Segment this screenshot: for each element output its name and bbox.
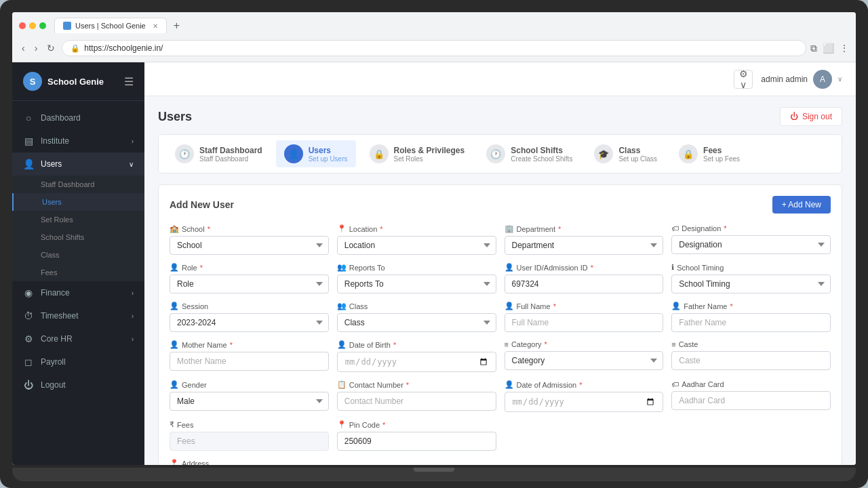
gear-button[interactable]: ⚙ ∨ — [734, 70, 753, 89]
designation-icon: 🏷 — [671, 224, 679, 232]
tab-label: Roles & Privileges — [394, 146, 465, 155]
location-field-group: 📍 Location * Location — [337, 224, 496, 255]
caste-input[interactable] — [671, 351, 831, 370]
required-marker: * — [730, 302, 732, 310]
location-select[interactable]: Location — [337, 236, 496, 255]
roles-tab-icon: 🔒 — [370, 144, 389, 163]
full-name-input[interactable] — [505, 313, 664, 332]
add-new-button[interactable]: + Add New — [772, 196, 831, 214]
tab-close-icon[interactable]: ✕ — [153, 22, 158, 30]
gender-select[interactable]: Male — [170, 392, 329, 411]
browser-tab[interactable]: Users | School Genie ✕ — [54, 18, 167, 33]
mother-name-input[interactable] — [170, 352, 329, 371]
school-select[interactable]: School — [170, 236, 329, 255]
class-select[interactable]: Class — [337, 313, 496, 332]
close-btn[interactable] — [19, 22, 26, 29]
required-marker: * — [553, 302, 556, 310]
back-button[interactable]: ‹ — [19, 41, 28, 55]
role-select[interactable]: Role — [170, 274, 329, 293]
category-select[interactable]: Category — [505, 351, 664, 370]
forward-button[interactable]: › — [32, 41, 41, 55]
pin-code-input[interactable] — [337, 432, 496, 451]
timesheet-icon: ⏱ — [23, 310, 34, 321]
sub-nav-set-roles[interactable]: Set Roles — [12, 211, 144, 228]
user-id-input[interactable] — [505, 274, 664, 293]
required-marker: * — [208, 225, 210, 233]
tab-users[interactable]: 👤 Users Set up Users — [276, 140, 356, 167]
minimize-btn[interactable] — [29, 22, 36, 29]
date-of-admission-input[interactable] — [505, 392, 664, 412]
department-field-group: 🏢 Department * Department — [505, 224, 664, 255]
department-select[interactable]: Department — [505, 236, 664, 255]
users-icon: 👤 — [23, 159, 34, 169]
app-name: School Genie — [47, 77, 104, 87]
tab-fees[interactable]: 🔒 Fees Set up Fees — [671, 140, 748, 167]
hamburger-icon[interactable]: ☰ — [124, 75, 134, 88]
institute-icon: ▤ — [23, 136, 34, 146]
avatar-chevron[interactable]: ∨ — [837, 75, 842, 83]
user-id-icon: 👤 — [505, 263, 514, 272]
page-header: Users ⏻ Sign out — [158, 107, 842, 126]
dob-input[interactable] — [337, 352, 496, 372]
refresh-button[interactable]: ↻ — [44, 41, 58, 55]
session-select[interactable]: 2023-2024 — [170, 313, 329, 332]
address-label: 📍 Address — [170, 459, 831, 465]
profile-icon[interactable]: ⬜ — [823, 43, 834, 54]
gender-field-group: 👤 Gender Male — [170, 380, 329, 412]
core-hr-icon: ⚙ — [23, 333, 34, 344]
aadhar-input[interactable] — [671, 391, 831, 410]
url-text: https://schoolgenie.in/ — [84, 43, 163, 53]
app-logo: S School Genie — [23, 72, 104, 91]
father-name-input[interactable] — [671, 313, 831, 332]
fees-input[interactable] — [170, 432, 329, 451]
tab-sub: Set up Fees — [703, 155, 740, 163]
reports-to-select[interactable]: Reports To — [337, 274, 496, 293]
caste-icon: ≡ — [671, 340, 675, 348]
sidebar-item-label: Payroll — [41, 357, 66, 367]
sidebar-item-institute[interactable]: ▤ Institute › — [12, 129, 144, 152]
tab-shifts[interactable]: 🕐 School Shifts Create School Shifts — [478, 140, 580, 167]
date-of-admission-field-group: 👤 Date of Admission * — [505, 380, 664, 412]
category-label: ≡ Category * — [505, 340, 664, 348]
required-marker: * — [545, 340, 547, 348]
new-tab-button[interactable]: + — [170, 18, 184, 33]
designation-select[interactable]: Designation — [671, 235, 831, 254]
chevron-icon: › — [132, 336, 134, 343]
school-timing-icon: ℹ — [671, 263, 674, 272]
form-section-header: Add New User + Add New — [170, 196, 831, 214]
sub-nav-staff-dashboard[interactable]: Staff Dashboard — [12, 176, 144, 193]
tab-class[interactable]: 🎓 Class Set up Class — [586, 140, 665, 167]
address-field-group: 📍 Address — [170, 459, 831, 465]
sidebar-item-payroll[interactable]: ◻ Payroll — [12, 350, 144, 373]
content-area: Users ⏻ Sign out 🕐 Staff Dashboard St — [144, 96, 856, 465]
full-name-field-group: 👤 Full Name * — [505, 302, 664, 332]
sidebar-item-label: Finance — [41, 288, 70, 298]
sidebar-item-timesheet[interactable]: ⏱ Timesheet › — [12, 304, 144, 327]
avatar: A — [813, 70, 832, 89]
sub-nav-users[interactable]: Users — [12, 193, 144, 211]
form-grid: 🏫 School * School 📍 — [170, 224, 831, 465]
sidebar-item-logout[interactable]: ⏻ Logout — [12, 373, 144, 396]
required-marker: * — [558, 225, 561, 233]
extensions-icon[interactable]: ⧉ — [810, 43, 817, 54]
menu-icon[interactable]: ⋮ — [840, 43, 849, 54]
sidebar-item-core-hr[interactable]: ⚙ Core HR › — [12, 327, 144, 350]
url-bar[interactable]: 🔒 https://schoolgenie.in/ — [62, 40, 806, 56]
contact-number-input[interactable] — [337, 392, 496, 411]
sub-nav-school-shifts[interactable]: School Shifts — [12, 228, 144, 246]
fees-tab-icon: 🔒 — [679, 144, 698, 163]
sidebar-item-finance[interactable]: ◉ Finance › — [12, 281, 144, 304]
maximize-btn[interactable] — [39, 22, 46, 29]
location-label: 📍 Location * — [337, 224, 496, 233]
sidebar-item-dashboard[interactable]: ○ Dashboard — [12, 106, 144, 129]
tab-sub: Set up Class — [618, 155, 657, 163]
sub-nav-class[interactable]: Class — [12, 246, 144, 264]
sign-out-button[interactable]: ⏻ Sign out — [780, 107, 842, 126]
tab-staff-dashboard[interactable]: 🕐 Staff Dashboard Staff Dashboard — [167, 140, 271, 167]
contact-icon: 📋 — [337, 380, 347, 389]
school-timing-select[interactable]: School Timing — [671, 274, 831, 293]
sub-nav-fees[interactable]: Fees — [12, 264, 144, 281]
sidebar-item-users[interactable]: 👤 Users ∨ — [12, 152, 144, 176]
dob-field-group: 👤 Date of Birth * — [337, 340, 496, 372]
tab-roles[interactable]: 🔒 Roles & Privileges Set Roles — [361, 140, 473, 167]
